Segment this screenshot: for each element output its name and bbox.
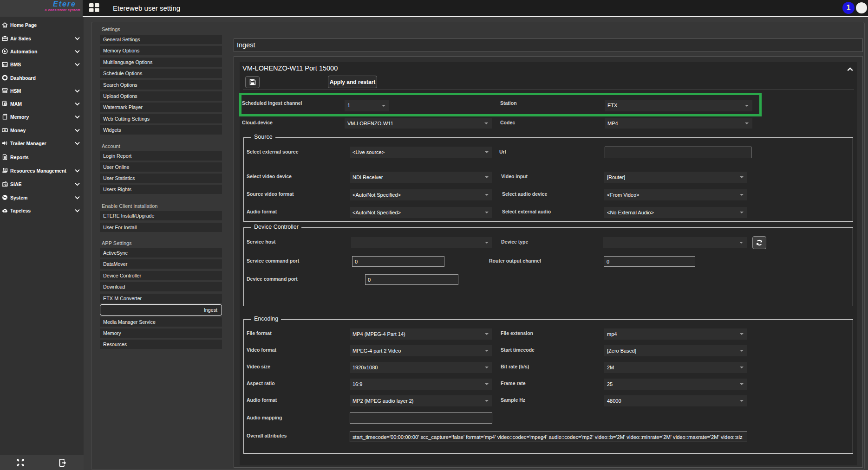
- svg-text:$: $: [5, 129, 6, 131]
